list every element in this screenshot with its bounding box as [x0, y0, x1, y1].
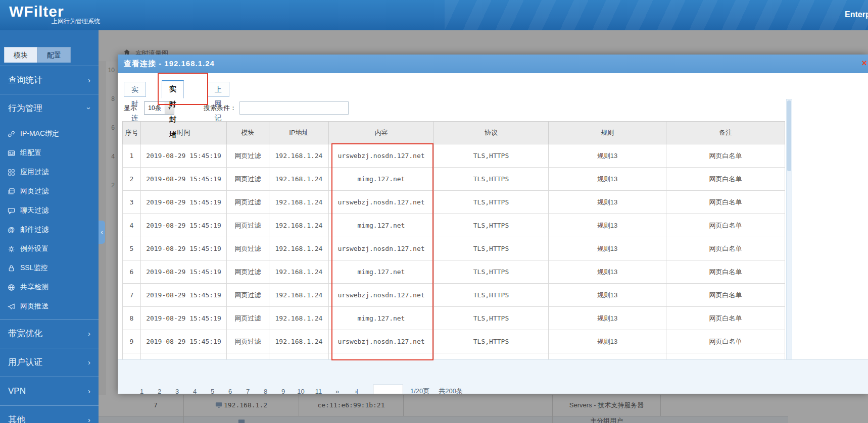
- table-row: 12019-08-29 15:45:19网页过滤192.168.1.24ursw…: [123, 144, 785, 168]
- sidebar-item-ip-mac-binding[interactable]: IP-MAC绑定: [0, 124, 99, 143]
- sidebar-section-query-stats[interactable]: 查询统计 ›: [0, 66, 99, 94]
- table-row: 62019-08-29 15:45:19网页过滤192.168.1.24mimg…: [123, 260, 785, 284]
- top-bar: WFilter 上网行为管理系统 Enterprise: [0, 0, 868, 30]
- table-row: 82019-08-29 15:45:19网页过滤192.168.1.24mimg…: [123, 307, 785, 330]
- sidebar-item-web-filter[interactable]: 网页过滤: [0, 182, 99, 201]
- goto-page-input[interactable]: [373, 385, 403, 394]
- dialog-title: 查看连接 - 192.168.1.24: [118, 59, 215, 69]
- col-header: 时间: [141, 122, 227, 144]
- col-header: 内容: [329, 122, 434, 144]
- show-label: 显示: [124, 103, 137, 113]
- keyboard-decoration: [445, 0, 868, 30]
- page-button[interactable]: 6: [221, 388, 239, 394]
- col-header: IP地址: [269, 122, 329, 144]
- pages-icon: [7, 187, 15, 195]
- sidebar-section-other[interactable]: 其他 ›: [0, 405, 99, 423]
- annotation-box-active-tab: [158, 73, 208, 105]
- sidebar-tab-config[interactable]: 配置: [37, 47, 71, 63]
- table-row: 42019-08-29 15:45:19网页过滤192.168.1.24mimg…: [123, 214, 785, 237]
- page-button[interactable]: 3: [168, 388, 186, 394]
- idcard-icon: [7, 149, 15, 157]
- page-button[interactable]: 1: [133, 388, 151, 394]
- search-input[interactable]: [239, 101, 349, 115]
- sidebar-item-group-config[interactable]: 组配置: [0, 143, 99, 163]
- view-connections-dialog: 查看连接 - 192.168.1.24 × 实时连接 实时封堵 上网记录 显示 …: [118, 55, 868, 394]
- col-header: 序号: [123, 122, 141, 144]
- vertical-scrollbar[interactable]: [786, 99, 792, 365]
- sidebar-item-chat-filter[interactable]: 聊天过滤: [0, 201, 99, 220]
- tab-web-history[interactable]: 上网记录: [207, 82, 229, 97]
- close-icon[interactable]: ×: [861, 59, 867, 68]
- globe-icon: [7, 283, 15, 291]
- page-indicator: 1/20页: [410, 387, 429, 394]
- table-row: 52019-08-29 15:45:19网页过滤192.168.1.24ursw…: [123, 237, 785, 260]
- sidebar-tab-modules[interactable]: 模块: [4, 47, 37, 63]
- chat-icon: [7, 206, 15, 215]
- sidebar: 模块 配置 查询统计 › 行为管理 › IP-MAC绑定 组配置 应用过滤 网页…: [0, 30, 99, 423]
- col-header: 协议: [434, 122, 549, 144]
- sidebar-section-user-auth[interactable]: 用户认证 ›: [0, 348, 99, 376]
- app-tagline: 上网行为管理系统: [52, 17, 100, 26]
- annotation-box-content-column: [331, 143, 433, 360]
- chevron-right-icon: ›: [88, 415, 90, 423]
- sidebar-section-vpn[interactable]: VPN ›: [0, 377, 99, 405]
- chevron-right-icon: ›: [88, 387, 90, 395]
- table-row: 72019-08-29 15:45:19网页过滤192.168.1.24ursw…: [123, 284, 785, 307]
- sidebar-item-web-push[interactable]: 网页推送: [0, 297, 99, 316]
- lock-icon: [7, 264, 15, 272]
- sidebar-tabs: 模块 配置: [0, 47, 99, 62]
- send-icon: [7, 302, 15, 310]
- sidebar-item-mail-filter[interactable]: @ 邮件过滤: [0, 220, 99, 239]
- sidebar-section-bandwidth[interactable]: 带宽优化 ›: [0, 319, 99, 347]
- sidebar-section-behavior-mgmt[interactable]: 行为管理 ›: [0, 94, 99, 122]
- sidebar-item-exception-settings[interactable]: 例外设置: [0, 239, 99, 258]
- tab-realtime-connections[interactable]: 实时连接: [124, 82, 146, 97]
- at-icon: @: [7, 226, 15, 234]
- edition-label: Enterprise: [845, 10, 868, 19]
- col-header: 模块: [227, 122, 269, 144]
- page-button[interactable]: 9: [274, 388, 292, 394]
- sidebar-collapse-handle[interactable]: ‹: [99, 221, 105, 244]
- sidebar-item-share-detection[interactable]: 共享检测: [0, 278, 99, 297]
- sidebar-item-ssl-monitor[interactable]: SSL监控: [0, 258, 99, 278]
- blocking-table: 序号 时间 模块 IP地址 内容 协议 规则 备注 12019-08-29 15…: [122, 121, 785, 377]
- page-button[interactable]: 11: [310, 388, 327, 394]
- page-button[interactable]: 2: [151, 388, 168, 394]
- pager: 1 2 3 4 5 6 7 8 9 10 11 ›› ›| 1/20页 共200…: [133, 385, 463, 394]
- table-row: 32019-08-29 15:45:19网页过滤192.168.1.24ursw…: [123, 191, 785, 214]
- page-button[interactable]: 5: [204, 388, 221, 394]
- grid-icon: [7, 168, 15, 176]
- chevron-right-icon: ›: [88, 329, 90, 338]
- total-count: 共200条: [439, 387, 463, 394]
- sidebar-item-app-filter[interactable]: 应用过滤: [0, 163, 99, 182]
- chevron-down-icon: ›: [85, 107, 93, 110]
- search-label: 搜索条件：: [204, 103, 236, 113]
- next-pages-icon[interactable]: ››: [327, 388, 347, 394]
- col-header: 备注: [666, 122, 785, 144]
- last-page-icon[interactable]: ›|: [347, 388, 366, 394]
- page-button[interactable]: 10: [292, 388, 310, 394]
- chevron-right-icon: ›: [88, 358, 90, 366]
- table-header-row: 序号 时间 模块 IP地址 内容 协议 规则 备注: [123, 122, 785, 144]
- page-button[interactable]: 4: [186, 388, 204, 394]
- chevron-right-icon: ›: [88, 76, 90, 84]
- gear-icon: [7, 245, 15, 253]
- page-button[interactable]: 8: [257, 388, 274, 394]
- pagination-bar: 1 2 3 4 5 6 7 8 9 10 11 ›› ›| 1/20页 共200…: [118, 359, 868, 394]
- screen: 实时流量图 10 8 6 4 2 7 192.168.1.2 ce:11:e6:…: [0, 0, 868, 423]
- scrollbar-thumb[interactable]: [787, 100, 791, 171]
- link-icon: [7, 130, 15, 138]
- dialog-header: 查看连接 - 192.168.1.24 ×: [118, 55, 868, 73]
- page-button[interactable]: 7: [239, 388, 257, 394]
- table-row: 22019-08-29 15:45:19网页过滤192.168.1.24mimg…: [123, 168, 785, 191]
- table-row: 92019-08-29 15:45:19网页过滤192.168.1.24ursw…: [123, 330, 785, 353]
- col-header: 规则: [549, 122, 666, 144]
